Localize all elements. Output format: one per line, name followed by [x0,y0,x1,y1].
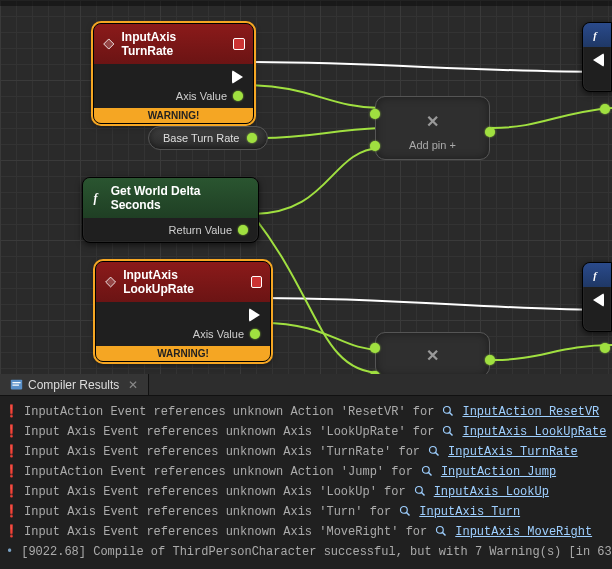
exec-out-pin[interactable] [232,70,243,84]
search-icon [399,502,411,522]
close-icon[interactable]: ✕ [128,378,138,392]
node-warning-footer: WARNING! [94,108,253,123]
float-in-pin-partial-1[interactable] [600,104,610,114]
variable-label: Base Turn Rate [163,132,239,144]
node-inputaxis-lookuprate[interactable]: InputAxis LookUpRate Axis Value WARNING! [95,261,271,362]
return-value-label: Return Value [169,224,232,236]
variable-out-pin[interactable] [247,133,257,143]
add-pin-button[interactable]: Add pin + [376,139,489,151]
compiler-message-row: ❗InputAction Event references unknown Ac… [6,462,606,482]
compiler-message-row: ❗Input Axis Event references unknown Axi… [6,482,606,502]
message-text: Input Axis Event references unknown Axis… [24,442,420,462]
exec-out-row [106,308,260,322]
blueprint-graph-canvas[interactable]: InputAxis TurnRate Axis Value WARNING! B… [0,0,612,374]
message-link[interactable]: InputAxis Turn [419,502,520,522]
node-warning-footer: WARNING! [96,346,270,361]
svg-line-9 [450,433,453,436]
multiply2-in-pin-a[interactable] [370,343,380,353]
breakpoint-indicator[interactable] [251,276,262,288]
search-icon [435,522,447,542]
node-body: Axis Value [94,64,253,108]
compiler-message-row: ❗Input Axis Event references unknown Axi… [6,502,606,522]
warning-icon: ❗ [6,482,16,502]
exec-in-pin[interactable] [593,293,604,307]
exec-out-pin[interactable] [249,308,260,322]
svg-point-10 [430,447,437,454]
return-value-pin[interactable] [238,225,248,235]
compiler-messages-list[interactable]: ❗InputAction Event references unknown Ac… [0,396,612,566]
axis-value-pin[interactable] [250,329,260,339]
node-body: Axis Value [96,302,270,346]
svg-point-14 [415,487,422,494]
svg-rect-5 [12,385,19,386]
search-icon [442,402,454,422]
warning-icon: ❗ [6,402,16,422]
node-header: f [583,23,611,47]
multiply2-out-pin[interactable] [485,355,495,365]
function-icon: f [591,28,603,42]
message-link[interactable]: InputAxis LookUpRate [462,422,606,442]
node-body: Return Value [83,218,258,242]
search-icon [428,442,440,462]
multiply-icon: ✕ [426,111,439,130]
svg-point-6 [444,407,451,414]
node-get-world-delta-seconds[interactable]: f Get World Delta Seconds Return Value [82,177,259,243]
warning-icon: ❗ [6,422,16,442]
warning-icon: ❗ [6,442,16,462]
node-title: InputAxis TurnRate [122,30,228,58]
svg-line-7 [450,413,453,416]
message-link[interactable]: InputAction Jump [441,462,556,482]
breakpoint-indicator[interactable] [233,38,245,50]
axis-value-label: Axis Value [176,90,227,102]
node-multiply[interactable]: ✕ Add pin + [375,96,490,160]
node-header: InputAxis LookUpRate [96,262,270,302]
axis-value-pin[interactable] [233,91,243,101]
node-function-partial-1[interactable]: f [582,22,612,92]
tab-label: Compiler Results [28,378,119,392]
message-text: Input Axis Event references unknown Axis… [24,482,406,502]
svg-rect-4 [12,382,20,383]
warning-icon: ❗ [6,462,16,482]
multiply-out-pin[interactable] [485,127,495,137]
message-link[interactable]: InputAxis TurnRate [448,442,578,462]
compiler-results-panel: Compiler Results ✕ ❗InputAction Event re… [0,374,612,569]
compiler-message-row: •[9022.68] Compile of ThirdPersonCharact… [6,542,606,562]
node-inputaxis-turnrate[interactable]: InputAxis TurnRate Axis Value WARNING! [93,23,254,124]
warning-icon: ❗ [6,522,16,542]
message-link[interactable]: InputAction ResetVR [462,402,599,422]
float-in-pin-partial-2[interactable] [600,343,610,353]
event-icon [104,275,117,289]
tab-compiler-results[interactable]: Compiler Results ✕ [0,374,149,395]
message-text: [9022.68] Compile of ThirdPersonCharacte… [21,542,612,562]
multiply-in-pin-a[interactable] [370,109,380,119]
svg-line-17 [407,513,410,516]
node-multiply-2[interactable]: ✕ [375,332,490,374]
message-text: Input Axis Event references unknown Axis… [24,522,427,542]
warning-icon: ❗ [6,502,16,522]
node-function-partial-2[interactable]: f [582,262,612,332]
svg-line-13 [428,473,431,476]
axis-value-label: Axis Value [193,328,244,340]
axis-value-row: Axis Value [106,328,260,340]
svg-point-18 [437,527,444,534]
message-text: Input Axis Event references unknown Axis… [24,422,434,442]
variable-node-base-turn-rate[interactable]: Base Turn Rate [148,126,268,150]
return-row: Return Value [93,224,248,236]
function-icon: f [91,191,105,205]
compiler-message-row: ❗Input Axis Event references unknown Axi… [6,522,606,542]
exec-in-pin[interactable] [593,53,604,67]
search-icon [421,462,433,482]
svg-text:f: f [593,30,598,41]
svg-point-16 [401,507,408,514]
node-header: f Get World Delta Seconds [83,178,258,218]
compiler-message-row: ❗InputAction Event references unknown Ac… [6,402,606,422]
multiply-icon: ✕ [426,345,439,364]
panel-tab-bar: Compiler Results ✕ [0,374,612,396]
search-icon [442,422,454,442]
message-link[interactable]: InputAxis MoveRight [455,522,592,542]
svg-line-19 [443,533,446,536]
function-icon: f [591,268,603,282]
svg-point-8 [444,427,451,434]
info-icon: • [6,542,13,562]
message-link[interactable]: InputAxis LookUp [434,482,549,502]
